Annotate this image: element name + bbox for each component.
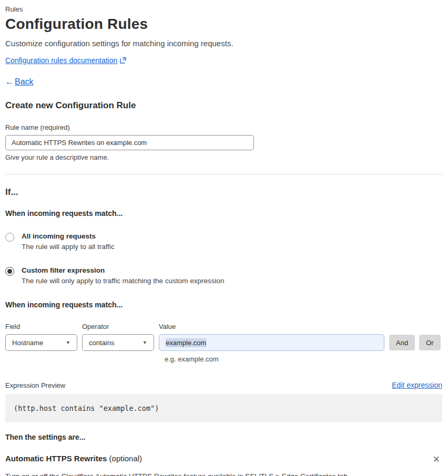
page-subtitle: Customize configuration settings for mat… <box>5 39 442 48</box>
or-button[interactable]: Or <box>419 335 440 350</box>
radio-label: All incoming requests <box>22 232 115 240</box>
value-label: Value <box>159 323 176 330</box>
expression-preview-label: Expression Preview <box>5 381 65 389</box>
radio-description: The rule will apply to all traffic <box>22 243 115 251</box>
operator-select-value: contains <box>89 339 114 347</box>
external-link-icon <box>120 57 126 64</box>
back-row: ← Back <box>5 77 442 87</box>
value-input-text: example.com <box>166 338 206 347</box>
field-select-value: Hostname <box>12 339 43 347</box>
divider <box>5 174 442 174</box>
create-rule-title: Create new Configuration Rule <box>5 100 442 111</box>
value-input[interactable]: example.com <box>159 334 384 351</box>
setting-optional-tag: (optional) <box>107 454 142 463</box>
field-label: Field <box>5 323 82 330</box>
builder-title: When incoming requests match... <box>5 301 442 309</box>
and-button[interactable]: And <box>389 335 415 350</box>
operator-select[interactable]: contains ▼ <box>82 334 154 351</box>
expression-preview-box: (http.host contains "example.com") <box>5 394 442 422</box>
doc-link-row: Configuration rules documentation <box>5 56 442 65</box>
configuration-rules-page: Rules Configuration Rules Customize conf… <box>0 0 448 476</box>
rule-name-input[interactable] <box>5 135 254 150</box>
radio-option-all-incoming-requests[interactable]: All incoming requests The rule will appl… <box>5 232 442 251</box>
close-icon[interactable]: ✕ <box>431 454 442 465</box>
setting-name: Automatic HTTPS Rewrites <box>5 454 107 463</box>
operator-label: Operator <box>82 323 159 330</box>
expression-builder: Field Operator Value Hostname ▼ contains… <box>5 323 442 363</box>
rule-name-label: Rule name (required) <box>5 123 442 131</box>
radio-option-custom-filter-expression[interactable]: Custom filter expression The rule will o… <box>5 266 442 285</box>
chevron-down-icon: ▼ <box>142 340 147 345</box>
breadcrumb: Rules <box>5 5 442 13</box>
radio-checked-icon[interactable] <box>5 267 14 276</box>
back-arrow-icon: ← <box>5 77 14 87</box>
value-hint: e.g. example.com <box>165 355 442 363</box>
back-link[interactable]: Back <box>15 77 34 87</box>
chevron-down-icon: ▼ <box>66 340 70 345</box>
then-settings-title: Then the settings are... <box>5 433 442 441</box>
field-select[interactable]: Hostname ▼ <box>5 334 77 351</box>
if-title: If... <box>5 187 442 198</box>
edit-expression-link[interactable]: Edit expression <box>392 381 442 389</box>
page-title: Configuration Rules <box>5 16 442 33</box>
setting-description: Turn on or off the Cloudflare Automatic … <box>5 472 442 476</box>
radio-description: The rule will only apply to traffic matc… <box>22 277 224 285</box>
radio-label: Custom filter expression <box>22 266 224 274</box>
documentation-link[interactable]: Configuration rules documentation <box>5 56 117 65</box>
rule-name-help: Give your rule a descriptive name. <box>5 153 442 161</box>
radio-unchecked-icon[interactable] <box>5 233 14 242</box>
match-title: When incoming requests match... <box>5 209 442 218</box>
